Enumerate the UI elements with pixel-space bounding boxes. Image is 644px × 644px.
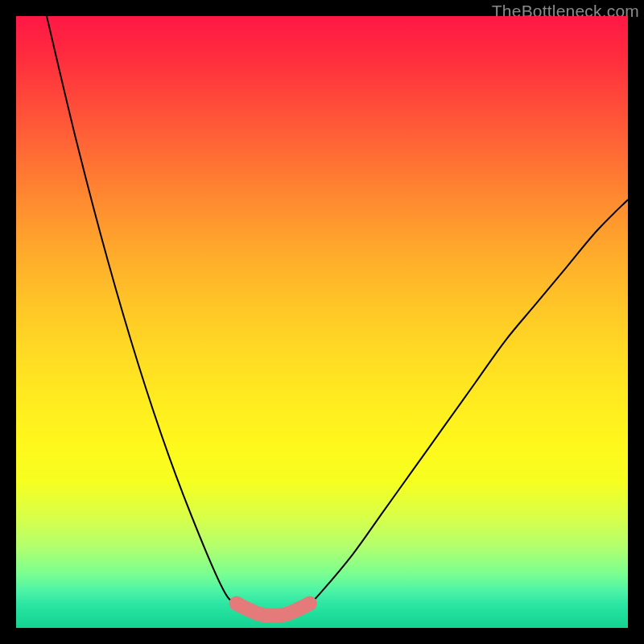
series-left-curve — [47, 16, 249, 609]
chart-svg — [16, 16, 628, 628]
series-highlight-band — [237, 604, 310, 616]
plot-area — [16, 16, 628, 628]
series-right-curve — [298, 200, 628, 609]
chart-stage: TheBottleneck.com — [0, 0, 644, 644]
